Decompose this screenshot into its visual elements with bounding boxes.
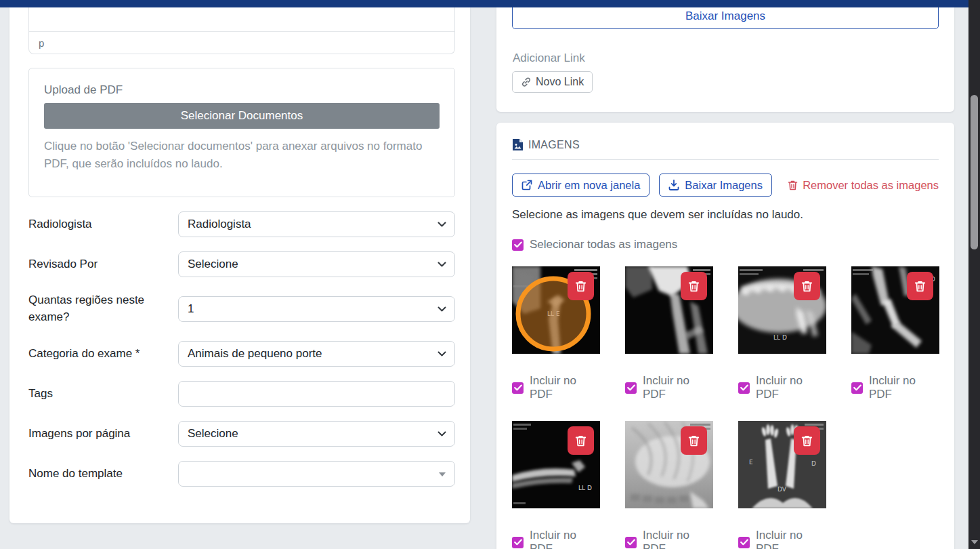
form-field-quantas-regioes: Quantas regiões neste exame? 1 [28,291,455,327]
chevron-down-icon [438,262,446,268]
download-icon [668,180,679,190]
include-pdf-checkbox[interactable] [625,382,637,394]
check-icon [514,241,522,248]
svg-text:LL E: LL E [547,310,560,317]
include-pdf-row: Incluir no PDF [851,374,939,401]
xray-thumbnail-3[interactable]: LL D [738,266,826,354]
adicionar-link-label: Adicionar Link [513,52,585,65]
editor-tag-path: p [29,32,454,54]
quantas-regioes-select[interactable]: 1 [178,296,455,322]
xray-thumbnail-2[interactable] [625,266,713,354]
trash-icon [688,434,700,447]
include-pdf-checkbox[interactable] [851,382,863,394]
report-text-editor[interactable]: p [28,7,455,54]
trash-icon [688,280,700,292]
xray-thumbnail-6[interactable] [625,421,713,508]
include-pdf-checkbox[interactable] [738,382,750,394]
delete-image-button[interactable] [568,272,594,300]
include-pdf-label: Incluir no PDF [530,529,600,549]
imagens-por-pagina-select[interactable]: Selecione [178,421,455,447]
check-icon [740,384,748,391]
check-icon [853,384,861,391]
trash-icon [914,280,926,292]
trash-icon [801,434,813,447]
include-pdf-row: Incluir no PDF [738,529,826,549]
remove-all-images-label: Remover todas as imagens [803,179,939,192]
categoria-value: Animais de pequeno porte [188,347,322,361]
svg-text:LL D: LL D [578,485,592,491]
images-card: IMAGENS Abrir em nova janela Baixar Imag… [496,123,954,549]
browser-scrollbar[interactable] [968,0,980,549]
delete-image-button[interactable] [681,272,707,300]
select-all-checkbox[interactable] [512,239,524,251]
delete-image-button[interactable] [907,272,933,300]
thumbnails-grid: LL E Incluir no PDF [512,266,939,549]
tags-input[interactable] [178,381,455,407]
include-pdf-checkbox[interactable] [512,382,524,394]
radiologista-label: Radiologista [28,216,178,233]
open-new-window-button[interactable]: Abrir em nova janela [512,174,649,197]
external-link-icon [521,180,532,190]
imagens-por-pagina-label: Imagens por página [28,426,178,443]
trash-icon [801,280,813,292]
xray-thumbnail-1[interactable]: LL E [512,266,600,354]
check-icon [627,384,635,391]
quantas-regioes-label: Quantas regiões neste exame? [28,292,178,325]
upload-pdf-label: Upload de PDF [44,83,440,97]
check-icon [514,384,522,391]
delete-image-button[interactable] [794,272,820,300]
categoria-select[interactable]: Animais de pequeno porte [178,341,455,367]
check-icon [514,539,522,546]
categoria-label: Categoria do exame * [28,346,178,363]
xray-thumbnail-5[interactable]: LL D [512,421,600,508]
link-icon [521,77,532,87]
check-icon [627,539,635,546]
download-images-label: Baixar Imagens [685,179,763,192]
xray-thumbnail-7[interactable]: E D DV [738,421,826,508]
revisado-por-select[interactable]: Selecione [178,251,455,277]
dropdown-triangle-icon [439,472,446,476]
editor-content-area[interactable] [29,7,454,32]
download-images-button[interactable]: Baixar Imagens [659,174,772,197]
thumbnail-cell: E D DV Incluir no PDF [738,421,826,549]
form-field-radiologista: Radiologista Radiologista [28,211,455,237]
delete-image-button[interactable] [681,426,707,455]
chevron-down-icon [438,306,446,312]
thumbnail-cell: LL D Incluir no PDF [851,266,939,401]
top-navigation-bar [0,0,968,7]
nome-template-label: Nome do template [28,466,178,483]
include-pdf-label: Incluir no PDF [869,374,939,401]
include-pdf-checkbox[interactable] [625,537,637,548]
delete-image-button[interactable] [794,426,820,455]
form-field-revisado-por: Revisado Por Selecione [28,251,455,277]
trash-icon [788,180,798,190]
remove-all-images-link[interactable]: Remover todas as imagens [788,179,939,192]
include-pdf-row: Incluir no PDF [512,374,600,401]
scrollbar-thumb[interactable] [971,95,978,249]
images-toolbar: Abrir em nova janela Baixar Imagens Remo… [512,174,939,197]
include-pdf-label: Incluir no PDF [756,374,826,401]
include-pdf-label: Incluir no PDF [530,374,600,401]
radiologista-select[interactable]: Radiologista [178,211,455,237]
attachments-card: Baixar Imagens Adicionar Link Novo Link [496,7,954,112]
novo-link-button[interactable]: Novo Link [512,71,593,93]
delete-image-button[interactable] [568,426,594,455]
include-pdf-checkbox[interactable] [738,537,750,548]
include-pdf-label: Incluir no PDF [643,374,713,401]
scrollbar-down-arrow-icon[interactable] [971,540,978,544]
xray-thumbnail-4[interactable]: LL D [851,266,939,354]
include-pdf-checkbox[interactable] [512,537,524,548]
tags-label: Tags [28,386,178,403]
include-pdf-row: Incluir no PDF [625,529,713,549]
svg-text:DV: DV [777,486,787,493]
nome-template-combobox[interactable] [178,461,455,487]
upload-help-text: Clique no botão 'Selecionar documentos' … [44,138,440,172]
form-field-nome-template: Nome do template [28,461,455,487]
select-documents-button[interactable]: Selecionar Documentos [44,103,440,129]
open-new-window-label: Abrir em nova janela [538,179,640,192]
chevron-down-icon [438,222,446,228]
form-field-tags: Tags [28,381,455,407]
novo-link-button-label: Novo Link [536,76,584,88]
thumbnail-cell: Incluir no PDF [625,266,713,401]
thumbnail-cell: Incluir no PDF [625,421,713,549]
